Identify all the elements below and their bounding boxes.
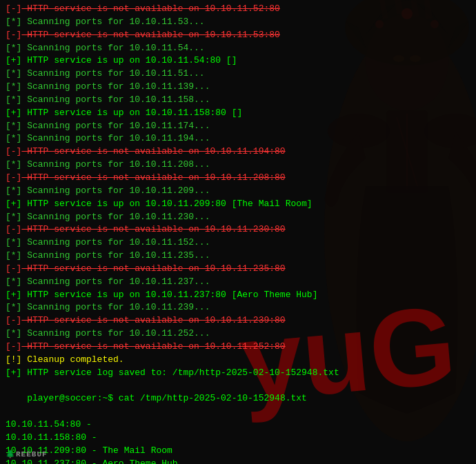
- terminal-line: [*] Scanning ports for 10.10.11.174...: [6, 120, 470, 133]
- line-text: Scanning ports for 10.10.11.230...: [21, 212, 210, 222]
- terminal-line: [-] HTTP service is not available on 10.…: [6, 3, 470, 16]
- line-prefix: [-]: [6, 146, 21, 157]
- line-text: Scanning ports for 10.10.11.158...: [21, 94, 210, 105]
- terminal-line: [*] Scanning ports for 10.10.11.208...: [6, 159, 470, 172]
- cat-output: 10.10.11.54:80 -10.10.11.158:80 -10.10.1…: [6, 418, 470, 464]
- terminal-line: [*] Scanning ports for 10.10.11.139...: [6, 81, 470, 94]
- output-line: 10.10.11.209:80 - The Mail Room: [6, 445, 470, 458]
- line-text: Scanning ports for 10.10.11.51...: [21, 68, 204, 79]
- line-text: Scanning ports for 10.10.11.239...: [21, 302, 210, 312]
- line-prefix: [-]: [6, 341, 21, 352]
- terminal-line: [-] HTTP service is not available on 10.…: [6, 314, 470, 327]
- terminal-line: [-] HTTP service is not available on 10.…: [6, 263, 470, 276]
- line-prefix: [+]: [6, 290, 21, 300]
- terminal-line: [*] Scanning ports for 10.10.11.54...: [6, 42, 470, 55]
- line-prefix: [*]: [6, 250, 21, 261]
- line-text: Scanning ports for 10.10.11.194...: [21, 133, 210, 143]
- line-prefix: [*]: [6, 133, 21, 143]
- line-text: HTTP service is up on 10.10.11.237:80 [A…: [21, 290, 317, 300]
- terminal-output: [-] HTTP service is not available on 10.…: [6, 3, 470, 379]
- line-prefix: [-]: [6, 30, 21, 40]
- terminal-line: [*] Scanning ports for 10.10.11.237...: [6, 276, 470, 289]
- line-prefix: [-]: [6, 315, 21, 325]
- output-line: 10.10.11.158:80 -: [6, 432, 470, 445]
- line-text: Scanning ports for 10.10.11.252...: [21, 328, 210, 339]
- line-text: Scanning ports for 10.10.11.53...: [21, 17, 204, 27]
- line-prefix: [-]: [6, 3, 21, 14]
- line-prefix: [+]: [6, 367, 21, 378]
- terminal-line: [*] Scanning ports for 10.10.11.252...: [6, 327, 470, 341]
- line-prefix: [*]: [6, 212, 21, 222]
- terminal-line: [*] Scanning ports for 10.10.11.158...: [6, 94, 470, 107]
- terminal-line: [-] HTTP service is not available on 10.…: [6, 172, 470, 185]
- terminal-line: [*] Scanning ports for 10.10.11.53...: [6, 16, 470, 29]
- output-line: 10.10.11.54:80 -: [6, 418, 470, 432]
- terminal-line: [*] Scanning ports for 10.10.11.51...: [6, 68, 470, 81]
- line-prefix: [*]: [6, 121, 21, 131]
- line-text: HTTP service is not available on 10.10.1…: [21, 3, 279, 14]
- line-text: HTTP service is not available on 10.10.1…: [21, 341, 285, 352]
- line-text: HTTP service is not available on 10.10.1…: [21, 146, 285, 157]
- line-text: Cleanup completed.: [21, 354, 123, 365]
- line-text: HTTP service is up on 10.10.11.54:80 []: [21, 55, 237, 65]
- line-prefix: [-]: [6, 224, 21, 234]
- terminal-line: [*] Scanning ports for 10.10.11.235...: [6, 250, 470, 263]
- line-prefix: [+]: [6, 55, 21, 65]
- line-text: HTTP service log saved to: /tmp/http-202…: [21, 367, 339, 378]
- line-text: Scanning ports for 10.10.11.54...: [21, 43, 204, 53]
- line-text: HTTP service is not available on 10.10.1…: [21, 224, 285, 234]
- command-cat: player@soccer:~$ cat /tmp/http-2025-02-1…: [6, 379, 470, 418]
- terminal-window: [-] HTTP service is not available on 10.…: [0, 0, 476, 464]
- terminal-line: [+] HTTP service is up on 10.10.11.54:80…: [6, 54, 470, 68]
- line-prefix: [*]: [6, 328, 21, 339]
- terminal-line: [+] HTTP service is up on 10.10.11.209:8…: [6, 198, 470, 211]
- line-text: Scanning ports for 10.10.11.235...: [21, 250, 210, 261]
- line-text: Scanning ports for 10.10.11.152...: [21, 237, 210, 248]
- line-text: HTTP service is not available on 10.10.1…: [21, 172, 285, 183]
- terminal-line: [+] HTTP service is up on 10.10.11.158:8…: [6, 107, 470, 120]
- line-prefix: [-]: [6, 172, 21, 183]
- line-text: HTTP service is up on 10.10.11.209:80 [T…: [21, 199, 312, 209]
- line-prefix: [*]: [6, 237, 21, 248]
- prompt-label: player@soccer:~$ cat /tmp/http-2025-02-1…: [27, 393, 307, 403]
- output-line: 10.10.11.237:80 - Aero Theme Hub: [6, 458, 470, 464]
- line-text: Scanning ports for 10.10.11.208...: [21, 159, 210, 170]
- line-text: Scanning ports for 10.10.11.174...: [21, 121, 210, 131]
- line-prefix: [*]: [6, 276, 21, 287]
- terminal-line: [*] Scanning ports for 10.10.11.152...: [6, 236, 470, 250]
- logo-text: REEBUF: [16, 450, 48, 458]
- line-text: Scanning ports for 10.10.11.139...: [21, 81, 210, 92]
- logo-icon: 🌲: [6, 450, 16, 458]
- terminal-line: [-] HTTP service is not available on 10.…: [6, 341, 470, 354]
- terminal-line: [-] HTTP service is not available on 10.…: [6, 29, 470, 42]
- terminal-line: [*] Scanning ports for 10.10.11.239...: [6, 301, 470, 314]
- line-text: HTTP service is not available on 10.10.1…: [21, 30, 279, 40]
- line-text: HTTP service is not available on 10.10.1…: [21, 263, 285, 274]
- line-prefix: [!]: [6, 354, 21, 365]
- line-text: Scanning ports for 10.10.11.209...: [21, 185, 210, 196]
- line-prefix: [*]: [6, 185, 21, 196]
- terminal-line: [*] Scanning ports for 10.10.11.194...: [6, 132, 470, 145]
- terminal-line: [*] Scanning ports for 10.10.11.209...: [6, 185, 470, 198]
- line-text: HTTP service is not available on 10.10.1…: [21, 315, 285, 325]
- terminal-line: [-] HTTP service is not available on 10.…: [6, 223, 470, 236]
- line-prefix: [*]: [6, 43, 21, 53]
- line-prefix: [*]: [6, 302, 21, 312]
- line-prefix: [*]: [6, 94, 21, 105]
- line-prefix: [*]: [6, 68, 21, 79]
- terminal-line: [!] Cleanup completed.: [6, 354, 470, 367]
- line-prefix: [+]: [6, 199, 21, 209]
- line-prefix: [+]: [6, 108, 21, 118]
- line-text: HTTP service is up on 10.10.11.158:80 []: [21, 108, 242, 118]
- line-prefix: [*]: [6, 17, 21, 27]
- terminal-line: [-] HTTP service is not available on 10.…: [6, 145, 470, 159]
- line-prefix: [-]: [6, 263, 21, 274]
- terminal-line: [*] Scanning ports for 10.10.11.230...: [6, 211, 470, 224]
- terminal-line: [+] HTTP service log saved to: /tmp/http…: [6, 367, 470, 380]
- line-prefix: [*]: [6, 81, 21, 92]
- reebuf-logo: 🌲REEBUF: [6, 450, 48, 458]
- terminal-line: [+] HTTP service is up on 10.10.11.237:8…: [6, 289, 470, 302]
- line-prefix: [*]: [6, 159, 21, 170]
- line-text: Scanning ports for 10.10.11.237...: [21, 276, 210, 287]
